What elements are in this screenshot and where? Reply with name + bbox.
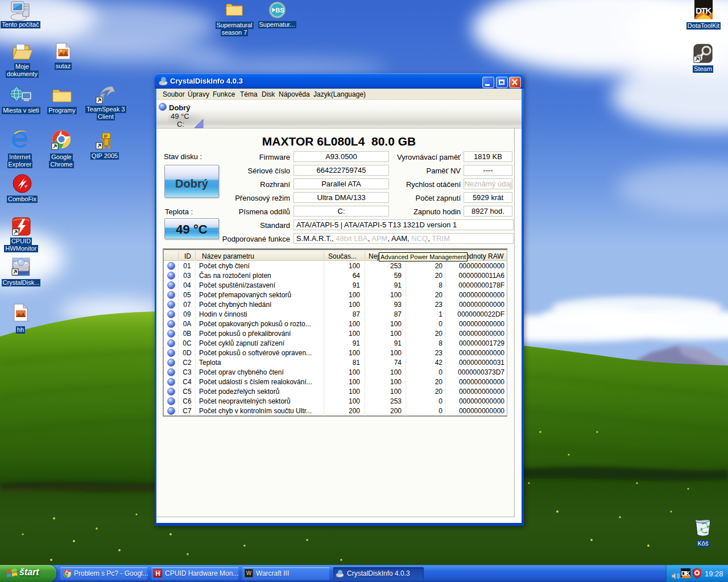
svg-text:P: P <box>104 134 107 139</box>
svg-text:BS: BS <box>275 7 284 14</box>
svg-text:DTK: DTK <box>681 570 690 577</box>
svg-text:DTK: DTK <box>696 6 712 15</box>
